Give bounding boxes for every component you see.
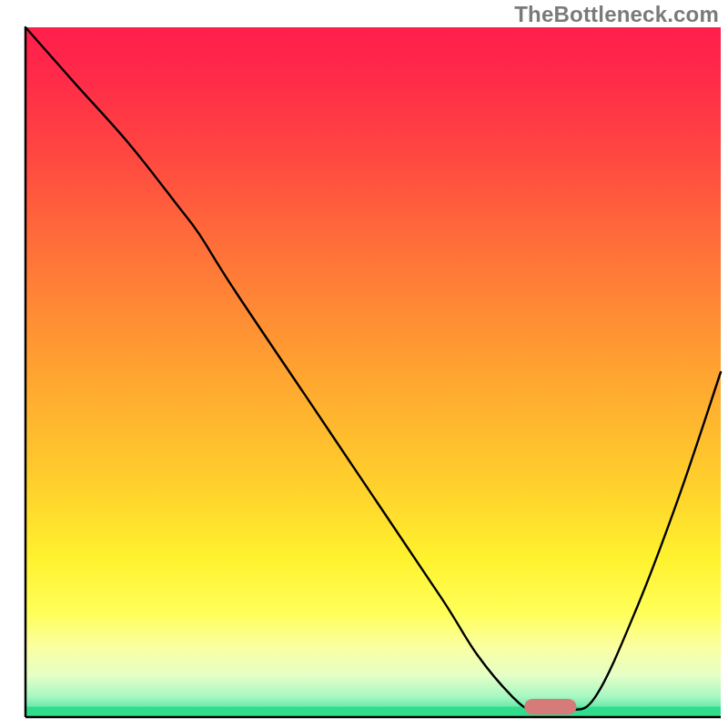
optimal-marker: [524, 699, 576, 714]
bottleneck-chart: [0, 0, 728, 728]
chart-root: TheBottleneck.com: [0, 0, 728, 728]
watermark-text: TheBottleneck.com: [514, 2, 719, 27]
gradient-background: [25, 27, 721, 717]
green-band: [25, 707, 721, 717]
